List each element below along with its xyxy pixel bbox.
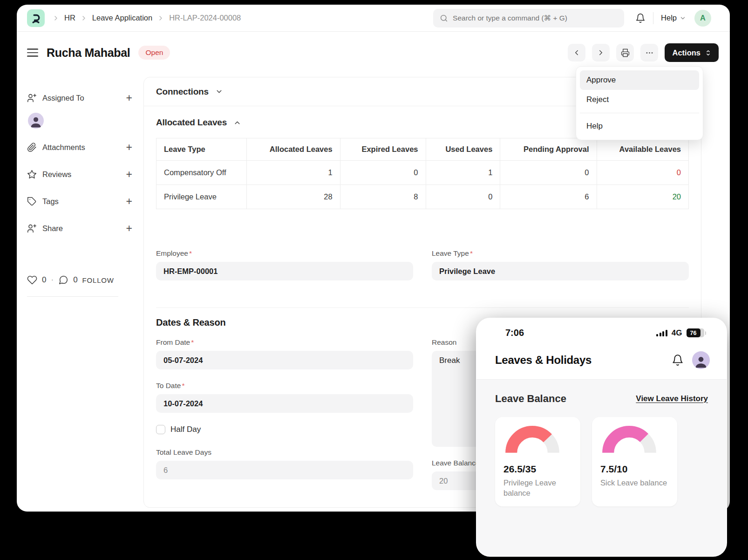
sidebar-label-share: Share [42, 224, 63, 233]
privilege-leave-gauge [503, 424, 561, 459]
printer-icon [621, 48, 630, 57]
print-button[interactable] [616, 44, 634, 61]
employee-field: Employee* HR-EMP-00001 [156, 249, 413, 280]
app-logo[interactable] [27, 9, 45, 27]
dates-column: From Date* 05-07-2024 To Date* 10-07-202… [156, 338, 413, 502]
battery-nub [705, 331, 707, 335]
sidebar-toggle-icon[interactable] [27, 48, 38, 57]
breadcrumb-leave-application[interactable]: Leave Application [92, 14, 152, 22]
leave-type-field: Leave Type* Privilege Leave [432, 249, 689, 280]
connections-title: Connections [156, 87, 209, 97]
phone-user-avatar[interactable] [692, 351, 710, 369]
column-header: Used Leaves [426, 138, 500, 161]
comment-icon[interactable] [58, 275, 68, 285]
total-leave-days-field: Total Leave Days 6 [156, 448, 413, 479]
employee-label: Employee* [156, 249, 413, 258]
chevron-right-icon [597, 48, 605, 57]
phone-status-bar: 7:06 4G 76 [476, 318, 727, 338]
actions-button[interactable]: Actions [665, 43, 719, 62]
required-mark: * [189, 249, 192, 257]
menu-item-reject[interactable]: Reject [580, 90, 699, 109]
breadcrumb-hr[interactable]: HR [64, 14, 75, 22]
add-review-button[interactable]: + [126, 170, 132, 179]
breadcrumb: HR Leave Application HR-LAP-2024-00008 [52, 14, 241, 22]
phone-header: Leaves & Holidays [476, 338, 727, 380]
cell-allocated: 28 [247, 185, 340, 209]
sidebar-label-tags: Tags [42, 197, 59, 206]
sidebar-label-assigned-to: Assigned To [42, 94, 84, 102]
leave-type-input[interactable]: Privilege Leave [432, 262, 689, 280]
sidebar-item-attachments: Attachments + [27, 141, 140, 154]
from-date-label: From Date* [156, 338, 413, 347]
menu-item-help[interactable]: Help [580, 116, 699, 136]
total-leave-days-input[interactable]: 6 [156, 461, 413, 479]
half-day-checkbox[interactable] [156, 425, 165, 434]
phone-page-title: Leaves & Holidays [495, 354, 592, 367]
sort-chevrons-icon [705, 49, 711, 56]
table-header-row: Leave Type Allocated Leaves Expired Leav… [156, 138, 689, 161]
add-tag-button[interactable]: + [126, 197, 132, 206]
chevron-right-icon [80, 14, 88, 22]
user-avatar[interactable]: A [694, 10, 711, 27]
phone-header-actions [672, 351, 710, 369]
cell-available: 0 [597, 161, 688, 185]
half-day-label: Half Day [170, 425, 201, 434]
more-options-button[interactable] [640, 44, 658, 61]
follow-button[interactable]: FOLLOW [82, 276, 114, 284]
person-icon [29, 115, 43, 129]
sidebar-divider [27, 296, 118, 297]
cell-pending: 6 [500, 185, 597, 209]
cell-used: 0 [426, 185, 500, 209]
top-navbar: HR Leave Application HR-LAP-2024-00008 [17, 5, 730, 32]
sidebar-label-reviews: Reviews [42, 170, 71, 179]
table-row[interactable]: Privilege Leave 28 8 0 6 20 [156, 185, 689, 209]
next-document-button[interactable] [592, 44, 610, 61]
add-assignment-button[interactable]: + [126, 93, 132, 102]
sidebar-label-attachments: Attachments [42, 143, 85, 152]
heart-icon[interactable] [27, 275, 37, 285]
to-date-label: To Date* [156, 382, 413, 390]
tag-icon [27, 197, 37, 206]
assignee-avatar[interactable] [28, 113, 44, 129]
help-label: Help [661, 14, 677, 22]
user-plus-icon [27, 93, 37, 103]
comments-count: 0 [73, 275, 77, 285]
ellipsis-icon [645, 48, 654, 57]
bell-icon[interactable] [672, 354, 684, 366]
likes-count: 0 [42, 275, 46, 285]
chevron-down-icon [680, 15, 686, 21]
prev-document-button[interactable] [568, 44, 585, 61]
column-header: Expired Leaves [340, 138, 426, 161]
help-menu[interactable]: Help [661, 14, 686, 22]
add-share-button[interactable]: + [126, 224, 132, 233]
chevron-right-icon [52, 14, 60, 22]
view-leave-history-link[interactable]: View Leave History [636, 394, 708, 403]
required-mark: * [182, 382, 184, 389]
signal-bars-icon [656, 330, 667, 336]
half-day-checkbox-row[interactable]: Half Day [156, 425, 413, 434]
employee-input[interactable]: HR-EMP-00001 [156, 262, 413, 280]
notifications-bell-icon[interactable] [635, 13, 646, 23]
menu-item-approve[interactable]: Approve [580, 70, 699, 90]
phone-body: Leave Balance View Leave History 26.5/35… [476, 380, 727, 556]
leave-balance-header: Leave Balance View Leave History [495, 393, 708, 405]
global-search[interactable] [433, 9, 624, 27]
allocated-leaves-table: Leave Type Allocated Leaves Expired Leav… [156, 138, 689, 209]
sidebar-item-assigned-to: Assigned To + [27, 91, 140, 104]
add-attachment-button[interactable]: + [126, 143, 132, 152]
gauge-value: 26.5/35 [503, 464, 572, 475]
phone-status-icons: 4G 76 [656, 328, 706, 338]
cell-expired: 8 [340, 185, 426, 209]
gauge-cards: 26.5/35 Privilege Leave balance 7.5/10 S… [495, 417, 708, 506]
sidebar-item-tags: Tags + [27, 195, 140, 208]
chevron-right-icon [157, 14, 164, 22]
column-header: Leave Type [156, 138, 247, 161]
network-type: 4G [672, 328, 682, 338]
from-date-input[interactable]: 05-07-2024 [156, 351, 413, 369]
table-row[interactable]: Compensatory Off 1 0 1 0 0 [156, 161, 689, 185]
paperclip-icon [27, 143, 37, 152]
to-date-input[interactable]: 10-07-2024 [156, 394, 413, 413]
cell-available: 20 [597, 185, 688, 209]
search-input[interactable] [453, 14, 618, 22]
employee-row: Employee* HR-EMP-00001 Leave Type* Privi… [144, 249, 701, 293]
